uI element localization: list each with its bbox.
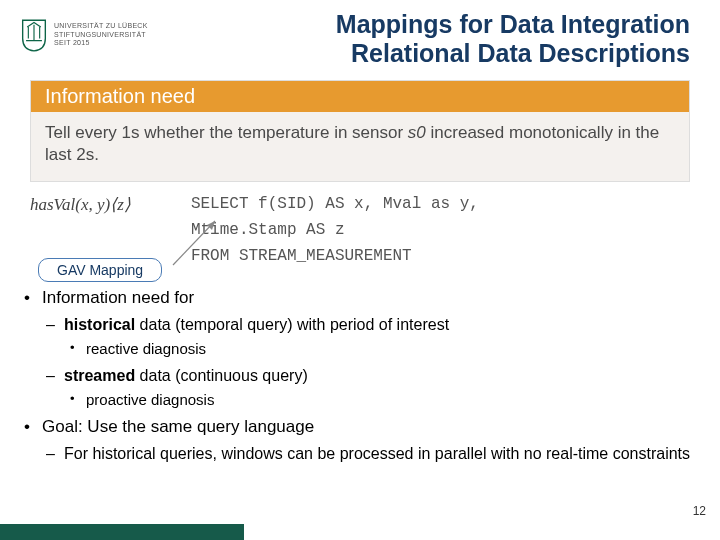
title-line-1: Mappings for Data Integration: [148, 10, 690, 39]
page-number: 12: [693, 504, 706, 518]
info-header: Information need: [31, 81, 689, 112]
mapping-arrow-icon: [165, 215, 235, 273]
sql-line-1: SELECT f(SID) AS x, Mval as y,: [191, 195, 479, 213]
bullet-content: Information need for historical data (te…: [0, 269, 720, 464]
information-need-box: Information need Tell every 1s whether t…: [30, 80, 690, 183]
bullet-historical-rest: data (temporal query) with period of int…: [135, 316, 449, 333]
footer-accent-bar: [0, 524, 244, 540]
bullet-historical: historical data (temporal query) with pe…: [24, 314, 696, 336]
university-logo: UNIVERSITÄT ZU LÜBECK STIFTUNGSUNIVERSIT…: [20, 18, 148, 52]
bullet-goal-sub: For historical queries, windows can be p…: [24, 443, 696, 465]
info-var: s0: [408, 123, 426, 142]
bullet-streamed-bold: streamed: [64, 367, 135, 384]
bullet-proactive: proactive diagnosis: [24, 390, 696, 410]
logo-line2: STIFTUNGSUNIVERSITÄT: [54, 31, 148, 39]
mapping-formula: hasVal(x, y)⟨z⟩: [30, 192, 131, 215]
title-line-2: Relational Data Descriptions: [148, 39, 690, 68]
bullet-reactive: reactive diagnosis: [24, 339, 696, 359]
logo-text: UNIVERSITÄT ZU LÜBECK STIFTUNGSUNIVERSIT…: [54, 22, 148, 47]
svg-line-0: [173, 221, 215, 265]
info-text-pre: Tell every 1s whether the temperature in…: [45, 123, 408, 142]
bullet-info-need: Information need for: [24, 287, 696, 310]
bullet-goal: Goal: Use the same query language: [24, 416, 696, 439]
bullet-streamed: streamed data (continuous query): [24, 365, 696, 387]
crest-icon: [20, 18, 48, 52]
logo-line3: SEIT 2015: [54, 39, 148, 47]
slide-title: Mappings for Data Integration Relational…: [148, 10, 700, 68]
bullet-historical-bold: historical: [64, 316, 135, 333]
logo-line1: UNIVERSITÄT ZU LÜBECK: [54, 22, 148, 30]
gav-mapping-label: GAV Mapping: [38, 258, 162, 282]
info-body: Tell every 1s whether the temperature in…: [31, 112, 689, 182]
bullet-streamed-rest: data (continuous query): [135, 367, 308, 384]
header: UNIVERSITÄT ZU LÜBECK STIFTUNGSUNIVERSIT…: [0, 0, 720, 72]
